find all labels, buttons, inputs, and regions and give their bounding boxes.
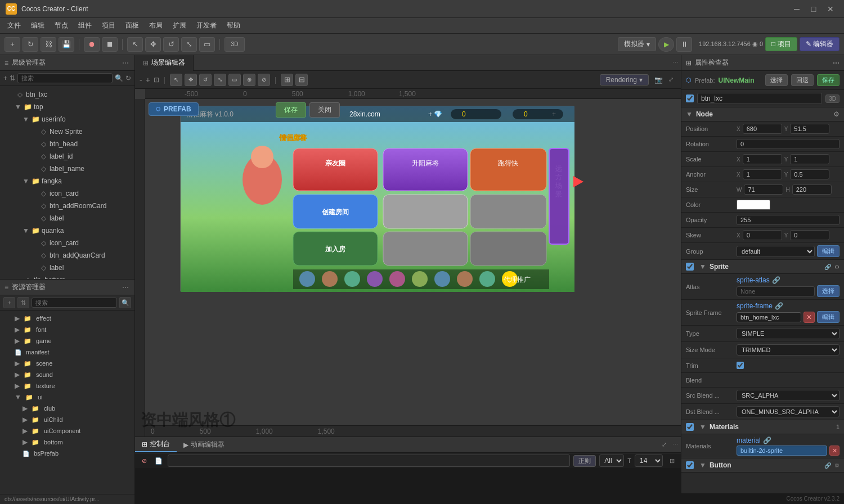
material-link-icon[interactable]: 🔗: [763, 436, 771, 444]
layer-tree-item[interactable]: ◇btn_addQuanCard: [0, 249, 134, 262]
fontsize-select[interactable]: 14: [635, 454, 663, 467]
menu-item-面板[interactable]: 面板: [121, 19, 143, 32]
materials-enable-checkbox[interactable]: [686, 423, 694, 431]
menu-item-项目[interactable]: 项目: [97, 19, 120, 32]
regex-button[interactable]: 正则: [573, 455, 596, 467]
sprite-gear-icon[interactable]: ⚙: [834, 264, 839, 270]
project-button[interactable]: □ 项目: [765, 37, 797, 51]
asset-tree-item[interactable]: 📄manifest: [0, 346, 134, 358]
dst-blend-select[interactable]: ONE_MINUS_SRC_ALPHA: [737, 406, 839, 417]
position-y-input[interactable]: [790, 124, 829, 134]
layer-tree-item[interactable]: ◇label: [0, 262, 134, 274]
scale-tool[interactable]: ⤡: [181, 37, 197, 52]
animation-editor-tab[interactable]: ▶ 动画编辑器: [177, 438, 231, 452]
asset-tree-item[interactable]: ▼📁ui: [0, 392, 134, 403]
prefab-select-button[interactable]: 选择: [765, 74, 788, 86]
scene-options-button[interactable]: ⋯: [670, 57, 681, 69]
rotation-input[interactable]: [737, 139, 839, 149]
skew-x-input[interactable]: [743, 230, 782, 240]
scene-transform-btn7[interactable]: ⊘: [258, 74, 270, 86]
size-h-input[interactable]: [792, 184, 832, 195]
sprite-enable-checkbox[interactable]: [686, 263, 694, 271]
layer-tree-item[interactable]: ◇label: [0, 212, 134, 224]
scene-fullscreen-button[interactable]: ⤢: [665, 74, 676, 86]
save-button[interactable]: 💾: [59, 37, 74, 52]
size-mode-select[interactable]: TRIMMED: [737, 344, 839, 356]
color-picker[interactable]: [737, 200, 770, 210]
menu-item-编辑[interactable]: 编辑: [26, 19, 49, 32]
move-tool[interactable]: ✥: [145, 37, 161, 52]
asset-tree-item[interactable]: ▶📁uiComponent: [0, 425, 134, 436]
layer-tree-item[interactable]: ◇label_id: [0, 150, 134, 163]
layer-tree-item[interactable]: ◇icon_card: [0, 237, 134, 249]
type-select[interactable]: SIMPLE: [737, 328, 839, 339]
scene-grid-btn[interactable]: ⊟: [295, 74, 308, 86]
menu-item-组件[interactable]: 组件: [74, 19, 96, 32]
scene-transform-btn5[interactable]: ▭: [228, 74, 241, 86]
console-options-button[interactable]: ⋯: [670, 439, 681, 451]
search-icon[interactable]: 🔍: [115, 74, 123, 82]
position-x-input[interactable]: [743, 124, 782, 134]
asset-search-input[interactable]: [32, 298, 117, 308]
scale-x-input[interactable]: [743, 154, 782, 164]
node-name-input[interactable]: [697, 93, 822, 104]
scene-transform-btn4[interactable]: ⤡: [214, 74, 226, 86]
record-button[interactable]: ⏺: [84, 37, 100, 52]
type-select[interactable]: All: [599, 454, 624, 467]
asset-tree-item[interactable]: ▶📁texture: [0, 380, 134, 392]
layer-tree-item[interactable]: ◇icon_card: [0, 187, 134, 200]
simulator-button[interactable]: 模拟器 ▾: [618, 37, 656, 51]
group-edit-button[interactable]: 编辑: [817, 245, 839, 257]
pause-button[interactable]: ⏸: [676, 37, 692, 52]
layer-tree-item[interactable]: ◇tip_bottom: [0, 274, 134, 279]
sprite-frame-edit-button[interactable]: 编辑: [817, 311, 839, 323]
scene-transform-btn3[interactable]: ↺: [199, 74, 212, 86]
scene-transform-btn2[interactable]: ✥: [185, 74, 197, 86]
src-blend-select[interactable]: SRC_ALPHA: [737, 390, 839, 401]
opacity-input[interactable]: [737, 215, 839, 225]
layer-tree-item[interactable]: ▼📁fangka: [0, 175, 134, 187]
stop-button[interactable]: ⏹: [102, 37, 118, 52]
3d-toggle[interactable]: 3D: [225, 37, 245, 52]
refresh-button[interactable]: ↻: [23, 37, 38, 52]
scene-save-button[interactable]: 保存: [276, 102, 306, 118]
sprite-link-icon[interactable]: 🔗: [824, 264, 831, 270]
scale-y-input[interactable]: [790, 154, 829, 164]
refresh-icon[interactable]: ↻: [125, 74, 131, 82]
size-w-input[interactable]: [744, 184, 783, 195]
add-button[interactable]: +: [5, 37, 20, 52]
layer-menu-button[interactable]: ⋯: [121, 58, 130, 68]
anchor-x-input[interactable]: [743, 169, 782, 179]
scene-transform-btn6[interactable]: ⊕: [243, 74, 255, 86]
sprite-frame-link-icon[interactable]: 🔗: [775, 302, 783, 310]
asset-sort-button[interactable]: ⇅: [17, 297, 29, 308]
anchor-y-input[interactable]: [790, 169, 829, 179]
minimize-button[interactable]: ─: [789, 3, 805, 15]
layer-tree-item[interactable]: ▼📁userinfo: [0, 113, 134, 125]
game-canvas[interactable]: 情侣麻将 v1.0.0 28xin.com 0 + 💎 0 + 情侣麻将: [180, 106, 574, 291]
scene-close-button[interactable]: 关闭: [309, 102, 340, 118]
scene-editor-tab[interactable]: ⊞ 场景编辑器: [135, 55, 194, 71]
asset-tree-item[interactable]: ▶📁uiChild: [0, 414, 134, 425]
asset-tree-item[interactable]: ▶📁effect: [0, 313, 134, 324]
menu-item-帮助[interactable]: 帮助: [222, 19, 245, 32]
layer-tree-item[interactable]: ◇btn_lxc: [0, 88, 134, 101]
layer-tree-item[interactable]: ▼📁top: [0, 101, 134, 113]
sprite-frame-delete-button[interactable]: ✕: [803, 312, 815, 323]
properties-options[interactable]: ⋯: [833, 59, 839, 67]
group-select[interactable]: default: [737, 246, 815, 257]
asset-search-button[interactable]: 🔍: [119, 297, 131, 308]
asset-add-button[interactable]: +: [3, 297, 15, 308]
layer-search-input[interactable]: [17, 73, 113, 83]
scene-snap-btn[interactable]: ⊞: [281, 74, 293, 86]
console-clear-button[interactable]: ⊘: [138, 455, 150, 466]
layer-add-button[interactable]: +: [3, 74, 7, 82]
scene-transform-btn1[interactable]: ↖: [170, 74, 182, 86]
layer-tree-item[interactable]: ◇btn_addRoomCard: [0, 200, 134, 212]
atlas-select-button[interactable]: 选择: [817, 285, 839, 297]
asset-tree-item[interactable]: ▶📁bottom: [0, 436, 134, 448]
node-gear-icon[interactable]: ⚙: [833, 110, 839, 118]
prefab-save-button[interactable]: 保存: [817, 74, 839, 86]
skew-y-input[interactable]: [790, 230, 829, 240]
zoom-in-icon[interactable]: +: [146, 75, 150, 84]
